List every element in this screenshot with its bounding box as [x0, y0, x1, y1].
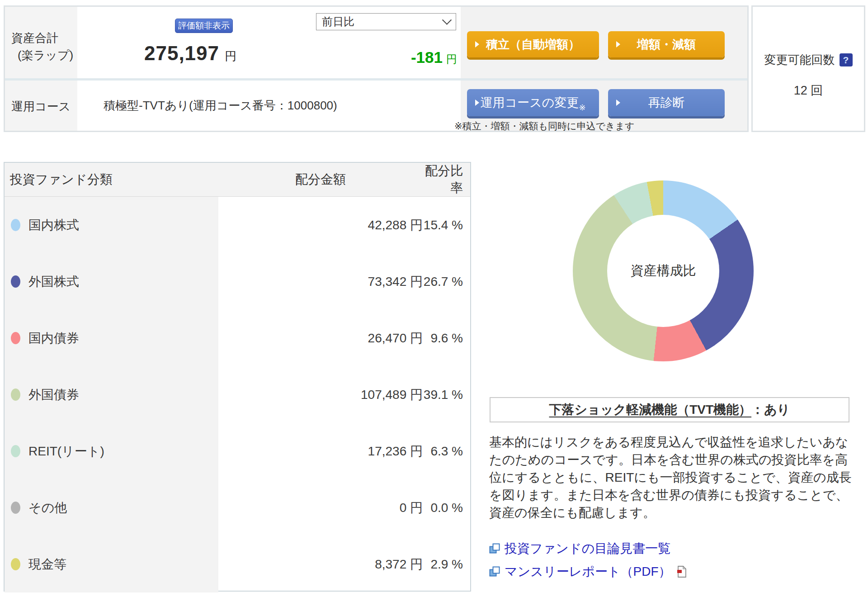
- category-label: 外国株式: [28, 273, 79, 290]
- table-row: 国内株式 42,288 円 15.4 %: [5, 197, 470, 253]
- donut-center-label: 資産構成比: [631, 262, 696, 280]
- help-icon[interactable]: ?: [840, 53, 853, 66]
- prospectus-link[interactable]: 投資ファンドの目論見書一覧: [489, 540, 687, 557]
- ratio-cell: 2.9 %: [423, 557, 470, 572]
- hide-valuation-badge-button[interactable]: 評価額非表示: [175, 19, 233, 33]
- table-row: 外国株式 73,342 円 26.7 %: [5, 253, 470, 310]
- rediagnosis-button[interactable]: 再診断: [608, 89, 725, 116]
- change-count-panel: 変更可能回数 ? 12 回: [751, 5, 865, 132]
- pdf-icon: [677, 566, 687, 578]
- course-description: 基本的にはリスクをある程度見込んで収益性を追求したいあなたのためのコースです。日…: [489, 433, 858, 521]
- daily-change-unit: 円: [446, 53, 457, 65]
- chevron-down-icon: [442, 15, 452, 24]
- document-links: 投資ファンドの目論見書一覧 マンスリーレポート（PDF）: [489, 540, 687, 580]
- change-count-value: 12 回: [794, 82, 823, 99]
- ratio-cell: 39.1 %: [423, 388, 470, 402]
- course-name: 積極型-TVTあり(運用コース番号：1000800): [77, 98, 337, 114]
- total-asset-value: 275,197: [144, 42, 219, 64]
- table-row: 現金等 8,372 円 2.9 %: [5, 536, 470, 592]
- monthly-report-link[interactable]: マンスリーレポート（PDF）: [489, 563, 687, 580]
- header-allocation-ratio: 配分比率: [423, 162, 470, 197]
- asset-donut-chart: 資産構成比: [573, 180, 754, 361]
- category-label: 現金等: [28, 556, 66, 573]
- table-row: REIT(リート) 17,236 円 6.3 %: [5, 423, 470, 479]
- asset-total-label-line1: 資産合計: [11, 29, 77, 47]
- category-dot: [11, 219, 20, 231]
- tsumitate-button[interactable]: 積立（自動増額）: [467, 31, 599, 57]
- ratio-cell: 0.0 %: [423, 501, 470, 515]
- change-count-line: 変更可能回数 ?: [764, 52, 853, 68]
- course-row-label: 運用コース: [5, 81, 77, 131]
- arrow-icon: [475, 100, 479, 106]
- table-row: 外国債券 107,489 円 39.1 %: [5, 366, 470, 423]
- compare-period-select[interactable]: 前日比: [316, 13, 456, 30]
- monthly-report-link-label: マンスリーレポート（PDF）: [505, 563, 671, 580]
- tvt-feature-box: 下落ショック軽減機能（TVT機能）：あり: [490, 397, 849, 422]
- change-count-label: 変更可能回数: [764, 52, 835, 68]
- total-asset-value-wrap: 275,197円: [73, 42, 308, 65]
- simultaneous-application-note: ※積立・増額・減額も同時に申込できます: [454, 120, 635, 133]
- compare-period-value: 前日比: [322, 14, 354, 29]
- daily-change-wrap: -181円: [317, 48, 457, 66]
- prospectus-link-label: 投資ファンドの目論見書一覧: [505, 540, 670, 557]
- amount-cell: 8,372 円: [218, 556, 423, 573]
- tvt-feature-title: 下落ショック軽減機能（TVT機能）: [549, 401, 752, 418]
- total-asset-unit: 円: [225, 49, 236, 63]
- category-label: 外国債券: [28, 386, 79, 403]
- header-allocation-amount: 配分金額: [218, 171, 423, 188]
- daily-change-value: -181: [411, 48, 443, 66]
- tvt-feature-status: ：あり: [751, 401, 790, 418]
- total-assets-panel: 資産合計 (楽ラップ) 運用コース 積極型-TVTあり(運用コース番号：1000…: [4, 5, 749, 132]
- arrow-icon: [616, 41, 620, 47]
- category-dot: [11, 389, 20, 401]
- header-fund-category: 投資ファンド分類: [5, 171, 218, 188]
- category-label: 国内株式: [28, 217, 79, 234]
- ratio-cell: 26.7 %: [423, 275, 470, 289]
- amount-cell: 0 円: [218, 499, 423, 516]
- category-label: REIT(リート): [28, 443, 104, 460]
- table-row: その他 0 円 0.0 %: [5, 479, 470, 536]
- course-change-button-label: 運用コースの変更: [481, 95, 579, 111]
- course-name-cell: 積極型-TVTあり(運用コース番号：1000800): [77, 81, 461, 131]
- arrow-icon: [475, 41, 479, 47]
- category-dot: [11, 445, 20, 457]
- table-row: 国内債券 26,470 円 9.6 %: [5, 310, 470, 366]
- tsumitate-button-label: 積立（自動増額）: [486, 37, 580, 52]
- allocation-table-header: 投資ファンド分類 配分金額 配分比率: [5, 163, 470, 197]
- amount-cell: 26,470 円: [218, 330, 423, 347]
- zougaku-gengaku-button-label: 増額・減額: [637, 37, 696, 52]
- category-dot: [11, 275, 20, 288]
- course-change-button[interactable]: 運用コースの変更※: [467, 89, 599, 116]
- amount-cell: 73,342 円: [218, 273, 423, 290]
- course-change-button-note-mark: ※: [579, 103, 585, 116]
- allocation-table: 投資ファンド分類 配分金額 配分比率 国内株式 42,288 円 15.4 % …: [4, 162, 471, 592]
- amount-cell: 42,288 円: [218, 217, 423, 234]
- ratio-cell: 6.3 %: [423, 444, 470, 459]
- ratio-cell: 9.6 %: [423, 331, 470, 346]
- asset-total-label: 資産合計 (楽ラップ): [5, 7, 77, 78]
- asset-total-label-line2: (楽ラップ): [11, 47, 77, 64]
- arrow-icon: [616, 100, 620, 106]
- ratio-cell: 15.4 %: [423, 218, 470, 232]
- rediagnosis-button-label: 再診断: [648, 95, 685, 111]
- category-dot: [11, 332, 20, 344]
- category-label: その他: [28, 499, 67, 516]
- category-dot: [11, 502, 20, 514]
- category-label: 国内債券: [28, 330, 79, 347]
- external-window-icon: [489, 543, 500, 554]
- amount-cell: 107,489 円: [218, 386, 423, 403]
- donut-center: 資産構成比: [607, 215, 719, 327]
- zougaku-gengaku-button[interactable]: 増額・減額: [608, 31, 725, 57]
- external-window-icon: [489, 566, 500, 577]
- amount-cell: 17,236 円: [218, 443, 423, 460]
- rakuwrap-summary-page: 資産合計 (楽ラップ) 運用コース 積極型-TVTあり(運用コース番号：1000…: [0, 0, 868, 597]
- category-dot: [11, 558, 20, 570]
